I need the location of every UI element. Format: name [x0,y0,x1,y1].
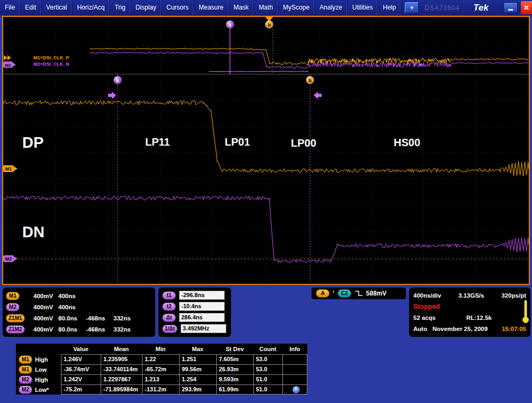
m2-badge: M2 [19,386,32,394]
label-lp11: LP11 [145,136,170,148]
sample-rate: 3.13GS/s [458,292,484,299]
col-value: Value [61,346,101,352]
trigger-mode: Auto [413,326,427,332]
inv-delta-t-badge: 1/Δt [162,325,178,333]
menu-dropdown-button[interactable]: ▼ [405,2,419,13]
col-min: Min [142,346,179,352]
m1-badge: M1 [6,292,20,300]
menu-math[interactable]: Math [254,0,278,15]
z1m1-vscale: 400mV [33,315,58,321]
close-icon: ✕ [524,4,529,12]
vertical-scale-readouts: M1 400mV 400ns M2 400mV 400ns Z1M1 400mV… [3,288,155,337]
z1m1-scale-row[interactable]: Z1M1 400mV 80.0ns -468ns 332ns [6,312,155,324]
z1m1-hscale: 80.0ns [58,315,86,321]
inv-delta-t-row: 1/Δt 3.492MHz [162,323,231,334]
cursor-readouts: t1 -296.8ns t2 -10.4ns Δt 286.4ns 1/Δt 3… [158,288,231,337]
cursor-a-arrow-icon [108,92,116,99]
menu-utilities[interactable]: Utilities [348,0,378,15]
m1-marker-icon[interactable]: M1 [3,165,17,172]
menu-edit[interactable]: Edit [20,0,41,15]
model-label: DSA71604 [424,4,459,12]
svg-text:b: b [308,78,312,83]
trigger-source-badge: C2 [338,289,351,298]
menu-trig[interactable]: Trig [110,0,130,15]
col-max: Max [179,346,216,352]
menu-measure[interactable]: Measure [194,0,229,15]
menu-horizacq[interactable]: Horiz/Acq [72,0,110,15]
tek-logo: Tek [473,3,489,13]
label-dn: DN [22,223,45,240]
menu-bar: File Edit Vertical Horiz/Acq Trig Displa… [0,0,532,15]
overview-dp-trace [90,48,528,65]
menu-display[interactable]: Display [131,0,162,15]
delta-t-row: Δt 286.4ns [162,312,231,323]
m1-badge: M1 [19,355,32,364]
m1-scale-row[interactable]: M1 400mV 400ns [6,290,155,301]
svg-text:M2: M2 [5,256,12,262]
falling-edge-icon [354,290,363,297]
overview-cursor-b-handle[interactable]: b [265,21,273,28]
table-row-m1-high: M1High 1.246V 1.235905 1.22 1.251 7.605m… [16,354,307,364]
trigger-a-badge: A [316,289,330,298]
m2-hscale: 400ns [58,304,86,310]
menu-cursors[interactable]: Cursors [162,0,194,15]
t1-row: t1 -296.8ns [162,290,231,301]
graticule-svg: M1=DSI_CLK_P M2=DSI_CLK_N DP LP11 LP01 L… [3,17,529,284]
cursor-a-handle[interactable]: a [114,76,121,84]
t1-value: -296.8ns [179,291,225,300]
delta-t-badge: Δt [162,314,176,322]
waveform-traces [3,48,529,263]
m2-marker-icon[interactable]: M2 [3,255,17,262]
col-count: Count [253,346,282,352]
label-lp00: LP00 [291,137,316,149]
menu-analyze[interactable]: Analyze [315,0,348,15]
overview-dn-baseline [209,71,308,72]
cursor-b-handle[interactable]: b [306,76,314,84]
m2-scale-row[interactable]: M2 400mV 400ns [6,301,155,312]
cursor-b-arrow-icon [314,92,322,99]
z1m2-hscale: 80.0ns [58,326,86,333]
m1-badge: M1 [19,365,32,374]
t2-value: -10.4ns [179,302,225,311]
z1m2-pos: -468ns [86,326,113,333]
overview-m1-label: M1=DSI_CLK_P [33,55,69,60]
horizontal-scale: 400ns/div [413,292,441,299]
menu-help[interactable]: Help [378,0,401,15]
thermometer-icon [522,299,529,324]
trigger-level: 588mV [366,290,387,297]
label-dp: DP [22,134,43,151]
waveform-display-area: M1=DSI_CLK_P M2=DSI_CLK_N DP LP11 LP01 L… [2,16,530,285]
chevron-down-icon: ▼ [410,5,414,11]
table-row-m2-high: M2High 1.242V 1.2297867 1.213 1.254 9.59… [16,374,307,384]
trigger-readout[interactable]: A ' C2 588mV [312,288,406,299]
svg-text:M1: M1 [5,166,12,172]
m1-vscale: 400mV [33,293,58,299]
minimize-button[interactable]: ▬ [503,2,518,13]
close-button[interactable]: ✕ [521,1,532,14]
record-length: RL:12.5k [466,315,492,321]
svg-text:b: b [268,22,271,28]
dn-main-trace [3,196,529,263]
overview-cursor-a-handle[interactable]: a [226,21,234,28]
overview-m2-label: M2=DSI_CLK_N [33,61,69,67]
label-lp01: LP01 [225,136,250,148]
info-icon[interactable]: ? [292,386,300,393]
label-hs00: HS00 [394,137,420,148]
z1m2-scale-row[interactable]: Z1M2 400mV 80.0ns -468ns 332ns [6,324,155,335]
menu-mask[interactable]: Mask [229,0,254,15]
m2-badge: M2 [19,375,32,384]
m1-hscale: 400ns [58,293,86,299]
t2-row: t2 -10.4ns [162,301,231,312]
overview-m1-marker-icon[interactable] [4,55,11,60]
t1-badge: t1 [162,291,176,300]
graticule-grid [3,17,529,283]
sample-resolution: 320ps/pt [501,292,526,299]
overview-dn-trace [90,52,528,68]
menu-file[interactable]: File [0,0,20,15]
menu-vertical[interactable]: Vertical [41,0,72,15]
svg-text:M2: M2 [5,63,11,68]
overview-m2-marker-icon[interactable]: M2 [3,61,16,68]
z1m1-span: 332ns [113,315,140,321]
menu-myscope[interactable]: MyScope [278,0,315,15]
inv-delta-t-value: 3.492MHz [181,324,226,333]
